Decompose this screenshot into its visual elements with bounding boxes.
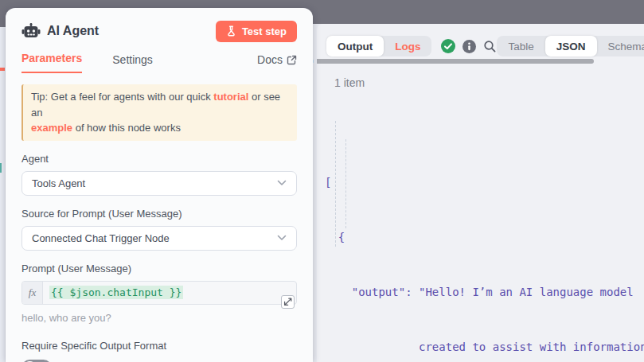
panel-header: AI Agent Test step Parameters Settings D… [6, 8, 313, 73]
indent-guide [345, 139, 346, 228]
source-field-label: Source for Prompt (User Message) [21, 208, 297, 220]
json-line: [ [325, 173, 644, 192]
json-line: "output": "Hello! I’m an AI language mod… [325, 283, 644, 302]
output-format-label: Require Specific Output Format [21, 340, 297, 352]
agent-field-label: Agent [21, 153, 297, 165]
parameters-body: Tip: Get a feel for agents with our quic… [6, 73, 313, 362]
expand-expression-button[interactable] [281, 295, 295, 309]
input-panel-edge [0, 27, 6, 362]
info-icon[interactable] [462, 39, 476, 53]
output-toolbar: Output Logs Table JSON Schema [317, 24, 644, 56]
tab-json[interactable]: JSON [545, 36, 597, 56]
expression-value[interactable]: {{ $json.chatInput }} [49, 286, 183, 299]
tip-callout: Tip: Get a feel for agents with our quic… [21, 84, 297, 141]
tab-logs[interactable]: Logs [384, 36, 431, 56]
tab-settings[interactable]: Settings [112, 53, 153, 73]
node-title: AI Agent [47, 24, 99, 38]
example-link[interactable]: example [31, 122, 72, 134]
agent-select-value: Tools Agent [32, 177, 85, 189]
output-logs-tabgroup: Output Logs [326, 36, 431, 56]
expression-preview: hello, who are you? [21, 312, 297, 324]
json-line: { [325, 228, 644, 247]
chevron-down-icon [277, 180, 287, 186]
robot-icon [21, 22, 41, 40]
fx-badge: fx [22, 282, 43, 304]
test-step-button[interactable]: Test step [216, 21, 297, 42]
prompt-expression-field[interactable]: fx {{ $json.chatInput }} [21, 281, 297, 305]
node-settings-panel: AI Agent Test step Parameters Settings D… [6, 8, 313, 362]
test-step-label: Test step [242, 25, 287, 37]
output-format-toggle[interactable] [21, 360, 52, 362]
connector-mark [0, 163, 2, 173]
chevron-down-icon [277, 235, 287, 241]
prompt-source-select[interactable]: Connected Chat Trigger Node [21, 226, 297, 251]
output-panel: Output Logs Table JSON Schema ◂ 1 item [ [317, 24, 644, 362]
external-link-icon [287, 55, 297, 65]
view-mode-tabgroup: Table JSON Schema [497, 36, 644, 56]
tab-table[interactable]: Table [497, 36, 544, 56]
docs-link[interactable]: Docs [257, 53, 297, 73]
json-viewer[interactable]: [ { "output": "Hello! I’m an AI language… [325, 100, 644, 362]
prompt-field-label: Prompt (User Message) [21, 263, 297, 274]
horizontal-scrollbar[interactable]: ◂ [317, 59, 644, 64]
items-count: 1 item [334, 76, 644, 89]
flask-icon [226, 25, 236, 37]
tab-parameters[interactable]: Parameters [21, 52, 82, 73]
tip-text: Tip: Get a feel for agents with our quic… [31, 91, 213, 103]
json-line: created to assist with information, [325, 338, 644, 356]
tab-schema[interactable]: Schema [597, 36, 644, 56]
success-check-icon [441, 39, 455, 53]
tip-text: of how this node works [72, 122, 181, 134]
docs-label: Docs [257, 53, 283, 66]
tab-output[interactable]: Output [326, 36, 384, 56]
canvas-edge [0, 0, 6, 27]
scrollbar-thumb[interactable] [317, 59, 594, 64]
agent-select[interactable]: Tools Agent [21, 171, 297, 196]
prompt-source-value: Connected Chat Trigger Node [32, 232, 170, 244]
indent-guide [335, 121, 336, 247]
settings-tabs: Parameters Settings Docs [21, 49, 297, 73]
output-status-icons [441, 39, 497, 53]
tutorial-link[interactable]: tutorial [213, 91, 248, 103]
input-panel-accent-mark [0, 68, 5, 71]
search-icon[interactable] [482, 39, 497, 53]
